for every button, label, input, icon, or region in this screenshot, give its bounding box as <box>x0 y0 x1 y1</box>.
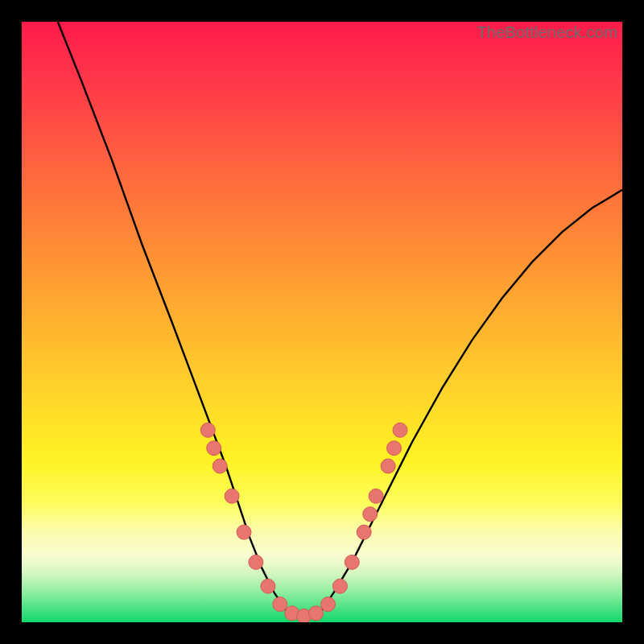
chart-overlay <box>22 22 622 622</box>
curve-marker <box>249 555 263 569</box>
plot-area: TheBottleneck.com <box>22 22 622 622</box>
curve-marker <box>357 525 371 539</box>
curve-marker <box>381 459 395 473</box>
curve-marker <box>345 555 359 569</box>
curve-marker <box>225 489 239 503</box>
curve-marker <box>393 423 407 437</box>
curve-marker <box>273 597 287 612</box>
chart-stage: TheBottleneck.com <box>0 0 644 644</box>
curve-marker <box>213 459 227 473</box>
curve-markers <box>200 423 407 622</box>
curve-marker <box>309 606 324 621</box>
curve-marker <box>261 579 275 593</box>
curve-marker <box>332 579 347 593</box>
curve-marker <box>237 525 251 539</box>
curve-marker <box>369 489 383 503</box>
curve-marker <box>200 423 215 437</box>
curve-marker <box>387 441 402 456</box>
curve-marker <box>207 441 221 456</box>
curve-marker <box>321 597 336 612</box>
curve-marker <box>363 507 378 522</box>
bottleneck-curve <box>58 22 622 617</box>
